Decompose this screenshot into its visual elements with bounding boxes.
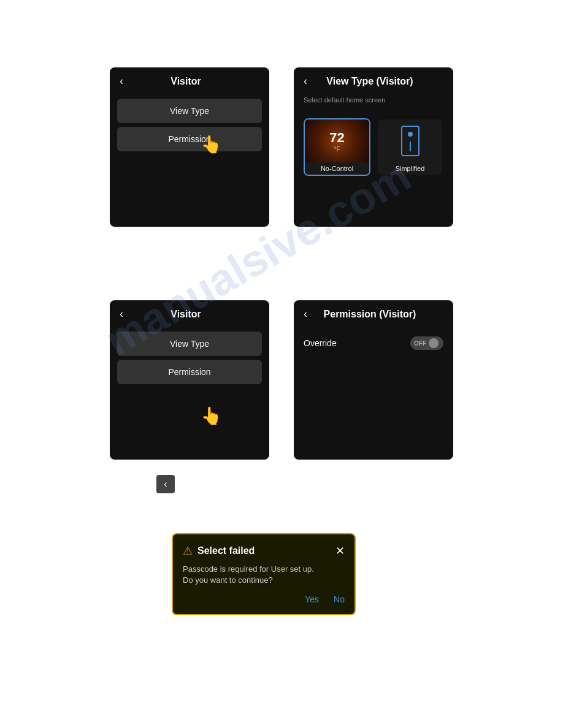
back-arrow-view-type[interactable]: ‹ <box>304 75 307 88</box>
alert-warning-icon: ⚠ <box>183 544 193 558</box>
toggle-circle <box>429 338 439 348</box>
simplified-icon <box>401 126 419 156</box>
simplified-option[interactable]: Simplified <box>377 118 443 176</box>
screen-title-permission: Permission (Visitor) <box>312 309 427 320</box>
alert-title-row: ⚠ Select failed <box>183 544 255 558</box>
hand-cursor-permission: 👆 <box>201 406 222 426</box>
back-arrow-permission[interactable]: ‹ <box>304 308 307 320</box>
screen-title-visitor-bottom: Visitor <box>128 309 243 320</box>
no-control-temp: 72 <box>329 130 344 146</box>
alert-title: Select failed <box>197 545 255 556</box>
screen-header-view-type: ‹ View Type (Visitor) <box>294 67 453 95</box>
screen-title-view-type: View Type (Visitor) <box>312 76 427 87</box>
screen-permission: ‹ Permission (Visitor) Override OFF <box>294 300 453 460</box>
alert-actions: Yes No <box>183 594 345 604</box>
simplified-label: Simplified <box>378 162 442 175</box>
screen-title-visitor-top: Visitor <box>128 76 243 87</box>
simplified-display <box>378 119 442 162</box>
alert-message: Passcode is required for User set up.Do … <box>183 564 345 586</box>
permission-button-top[interactable]: Permission <box>117 127 262 151</box>
screen-subtitle-view-type: Select default home screen <box>294 95 453 111</box>
view-type-button-bottom[interactable]: View Type <box>117 332 262 356</box>
alert-dialog: ⚠ Select failed ✕ Passcode is required f… <box>172 533 356 615</box>
alert-header: ⚠ Select failed ✕ <box>183 544 345 558</box>
screen-view-type: ‹ View Type (Visitor) Select default hom… <box>294 67 453 227</box>
no-control-unit: °F <box>334 146 340 153</box>
no-control-option[interactable]: 72 °F No-Control <box>304 118 370 176</box>
page-container: manualsive.com ‹ Visitor View Type Permi… <box>0 0 563 728</box>
back-button-bottom-icon: ‹ <box>164 479 167 490</box>
back-arrow-visitor-top[interactable]: ‹ <box>120 75 123 88</box>
no-control-display: 72 °F <box>305 119 369 162</box>
override-toggle[interactable]: OFF <box>410 336 443 350</box>
override-label: Override <box>304 338 337 348</box>
view-type-options: 72 °F No-Control Simplified <box>294 111 453 183</box>
alert-close-button[interactable]: ✕ <box>335 544 345 558</box>
permission-button-bottom[interactable]: Permission <box>117 360 262 384</box>
alert-no-button[interactable]: No <box>334 594 345 604</box>
permission-override-row: Override OFF <box>294 328 453 358</box>
alert-yes-button[interactable]: Yes <box>305 594 319 604</box>
no-control-label: No-Control <box>305 162 369 175</box>
screen-header-permission: ‹ Permission (Visitor) <box>294 300 453 328</box>
screen-header-visitor-top: ‹ Visitor <box>110 67 269 95</box>
screen-visitor-bottom: ‹ Visitor View Type Permission 👆 <box>110 300 269 460</box>
screen-visitor-top: ‹ Visitor View Type Permission 👆 <box>110 67 269 227</box>
back-button-bottom[interactable]: ‹ <box>156 475 175 493</box>
screen-header-visitor-bottom: ‹ Visitor <box>110 300 269 328</box>
back-arrow-visitor-bottom[interactable]: ‹ <box>120 308 123 320</box>
view-type-button-top[interactable]: View Type <box>117 99 262 123</box>
toggle-off-text: OFF <box>414 340 426 347</box>
